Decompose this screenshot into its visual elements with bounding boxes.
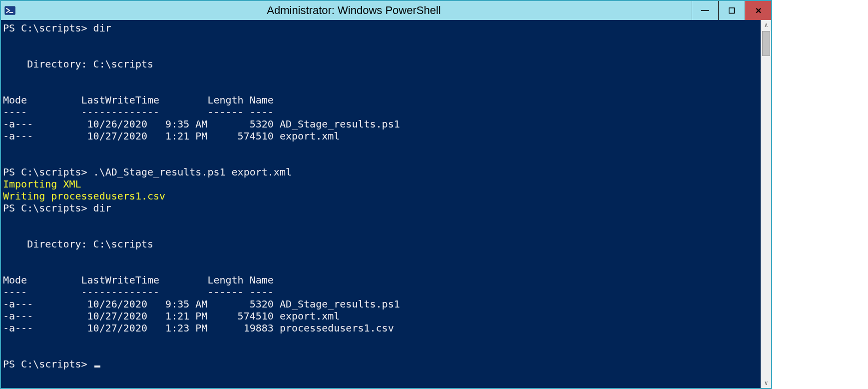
- console-line: -a--- 10/27/2020 1:21 PM 574510 export.x…: [3, 130, 760, 142]
- close-button[interactable]: ✕: [745, 1, 771, 20]
- minimize-icon: —: [701, 6, 709, 15]
- window-title: Administrator: Windows PowerShell: [16, 4, 692, 17]
- console-line: -a--- 10/27/2020 1:21 PM 574510 export.x…: [3, 310, 760, 322]
- client-area: PS C:\scripts> dir Directory: C:\scripts…: [1, 20, 771, 388]
- cursor: [94, 366, 100, 368]
- maximize-icon: ☐: [728, 6, 735, 16]
- console-line: -a--- 10/26/2020 9:35 AM 5320 AD_Stage_r…: [3, 118, 760, 130]
- console-output[interactable]: PS C:\scripts> dir Directory: C:\scripts…: [1, 20, 761, 388]
- powershell-window: Administrator: Windows PowerShell — ☐ ✕ …: [0, 0, 772, 389]
- title-bar[interactable]: Administrator: Windows PowerShell — ☐ ✕: [1, 1, 771, 20]
- console-line: -a--- 10/27/2020 1:23 PM 19883 processed…: [3, 322, 760, 334]
- console-line: [3, 70, 760, 82]
- console-line: Mode LastWriteTime Length Name: [3, 274, 760, 286]
- console-line: PS C:\scripts> .\AD_Stage_results.ps1 ex…: [3, 166, 760, 178]
- console-line: Importing XML: [3, 178, 760, 190]
- console-line: Mode LastWriteTime Length Name: [3, 94, 760, 106]
- minimize-button[interactable]: —: [692, 1, 718, 20]
- scroll-down-button[interactable]: ∨: [761, 378, 771, 388]
- console-line: [3, 46, 760, 58]
- console-line: Directory: C:\scripts: [3, 238, 760, 250]
- console-line: [3, 34, 760, 46]
- console-line: [3, 226, 760, 238]
- console-line: [3, 346, 760, 358]
- console-line: PS C:\scripts> dir: [3, 202, 760, 214]
- console-line: Writing processedusers1.csv: [3, 190, 760, 202]
- console-line: [3, 334, 760, 346]
- scroll-up-button[interactable]: ∧: [761, 20, 771, 30]
- maximize-button[interactable]: ☐: [718, 1, 745, 20]
- console-line: [3, 82, 760, 94]
- console-line: ---- ------------- ------ ----: [3, 286, 760, 298]
- console-line: [3, 250, 760, 262]
- console-line: ---- ------------- ------ ----: [3, 106, 760, 118]
- console-line: -a--- 10/26/2020 9:35 AM 5320 AD_Stage_r…: [3, 298, 760, 310]
- scroll-thumb[interactable]: [762, 31, 770, 56]
- close-icon: ✕: [755, 6, 762, 16]
- console-line: [3, 262, 760, 274]
- vertical-scrollbar[interactable]: ∧ ∨: [761, 20, 771, 388]
- chevron-up-icon: ∧: [764, 22, 768, 28]
- console-line: Directory: C:\scripts: [3, 58, 760, 70]
- caption-buttons: — ☐ ✕: [692, 1, 771, 20]
- chevron-down-icon: ∨: [764, 380, 768, 386]
- console-line: [3, 214, 760, 226]
- console-line: PS C:\scripts> dir: [3, 22, 760, 34]
- console-line: [3, 142, 760, 154]
- console-line: PS C:\scripts>: [3, 358, 760, 370]
- powershell-icon: [4, 4, 16, 16]
- console-line: [3, 154, 760, 166]
